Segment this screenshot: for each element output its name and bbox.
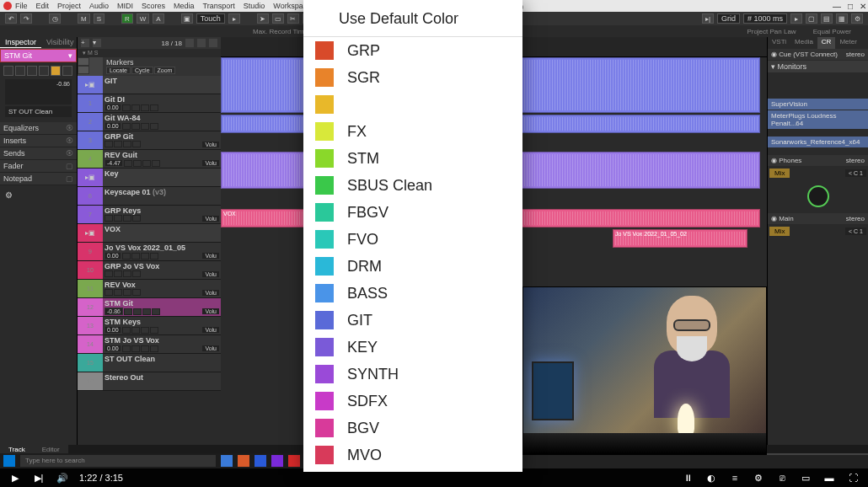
track-r[interactable]: [141, 123, 149, 130]
track-row[interactable]: 6Keyscape 01 (v3): [78, 187, 221, 206]
section-notepad[interactable]: Notepad▢: [0, 173, 77, 185]
color-menu-item[interactable]: GIT: [303, 307, 522, 334]
track-vol[interactable]: Volu: [202, 142, 219, 147]
track-vol[interactable]: Volu: [202, 216, 219, 222]
fullscreen-icon[interactable]: ⛶: [846, 471, 860, 484]
marker-zoom[interactable]: Zoom: [154, 67, 176, 74]
tool-split[interactable]: ✂: [287, 13, 299, 24]
track-row[interactable]: 12STM Git-0.86Volu: [78, 298, 221, 317]
track-w[interactable]: [132, 215, 141, 222]
track-s[interactable]: [131, 345, 140, 352]
track-row[interactable]: 4REV Guit-4.47Volu: [78, 150, 221, 169]
color-menu-item[interactable]: SGR: [303, 64, 522, 91]
track-handle[interactable]: 6: [78, 187, 103, 205]
section-equalizers[interactable]: Equalizers⦿: [0, 122, 77, 135]
color-menu-item[interactable]: SBUS Clean: [303, 172, 522, 199]
track-handle[interactable]: 13: [78, 317, 103, 334]
track-row[interactable]: 11REV VoxVolu: [78, 280, 221, 298]
track-r[interactable]: [141, 104, 149, 111]
marker-track[interactable]: Markers Locate Cycle Zoom: [78, 57, 221, 76]
track-handle[interactable]: 15: [78, 354, 103, 372]
track-vol[interactable]: Volu: [202, 160, 219, 166]
track-w[interactable]: [150, 253, 158, 260]
track-s[interactable]: [133, 308, 142, 315]
taskbar-app3-icon[interactable]: [255, 455, 266, 467]
section-sends[interactable]: Sends⦿: [0, 147, 77, 160]
menu-audio[interactable]: Audio: [89, 2, 109, 10]
track-row[interactable]: 1Git DI0.00: [78, 94, 221, 113]
phones-c1[interactable]: < C 1: [845, 169, 866, 177]
track-db[interactable]: 0.00: [104, 252, 121, 260]
track-w[interactable]: [132, 289, 141, 296]
tb-ext2[interactable]: ▢: [806, 13, 817, 24]
color-menu-item[interactable]: FVO: [303, 226, 522, 253]
track-m[interactable]: [122, 345, 131, 352]
track-handle[interactable]: 7: [78, 206, 103, 223]
mute-all[interactable]: M: [78, 13, 90, 24]
a-btn[interactable]: A: [153, 13, 163, 24]
track-handle[interactable]: ▸▣: [78, 76, 103, 94]
insp-mute[interactable]: [3, 66, 13, 76]
tool-pointer[interactable]: ➤: [257, 13, 269, 24]
main-row[interactable]: ◉ Mainstereo: [768, 213, 868, 224]
track-m[interactable]: [122, 123, 131, 130]
tool-1[interactable]: ▣: [181, 13, 193, 24]
tab-visibility[interactable]: Visibility: [41, 37, 78, 48]
color-menu-item[interactable]: SDFX: [303, 388, 522, 415]
cast-icon[interactable]: ⎚: [775, 471, 789, 484]
section-inserts[interactable]: Inserts⦿: [0, 135, 77, 147]
track-w[interactable]: [152, 160, 160, 167]
taskbar-search[interactable]: Type here to search: [20, 455, 216, 467]
inspector-output[interactable]: ST OUT Clean: [5, 106, 72, 117]
track-w[interactable]: [152, 308, 160, 315]
track-s[interactable]: [131, 253, 140, 260]
color-menu-header[interactable]: Use Default Color: [303, 3, 522, 37]
track-row[interactable]: 16Stereo Out: [78, 372, 221, 391]
inspector-channel-name[interactable]: STM Git▾: [0, 49, 77, 62]
track-row[interactable]: 13STM Keys0.00Volu: [78, 317, 221, 335]
track-handle[interactable]: 1: [78, 94, 103, 112]
track-s[interactable]: [131, 104, 140, 111]
track-handle[interactable]: 4: [78, 150, 103, 168]
track-row[interactable]: ▸▣GIT: [78, 76, 221, 94]
track-m[interactable]: [124, 308, 132, 315]
track-row[interactable]: 3GRP GitVolu: [78, 131, 221, 150]
track-row[interactable]: 14STM Jo VS Vox0.00Volu: [78, 335, 221, 354]
track-r[interactable]: [123, 289, 131, 296]
taskbar-app2-icon[interactable]: [238, 455, 249, 467]
track-r[interactable]: [123, 270, 131, 277]
track-r[interactable]: [141, 345, 149, 352]
main-c1[interactable]: < C 1: [845, 227, 866, 235]
snap-btn[interactable]: ▸|: [702, 13, 714, 24]
track-row[interactable]: ▸▣VOX: [78, 224, 221, 243]
track-s[interactable]: [114, 289, 122, 296]
pause-overlay-icon[interactable]: ⏸: [681, 471, 694, 484]
track-db[interactable]: 0.00: [104, 104, 121, 111]
read-automation[interactable]: R: [121, 13, 133, 24]
plugin-sonarworks[interactable]: Sonarworks_Reference4_x64: [768, 136, 868, 147]
menu-midi[interactable]: MIDI: [117, 2, 133, 10]
color-menu-item[interactable]: [303, 91, 522, 118]
history-btn[interactable]: ◷: [49, 13, 61, 24]
track-vol[interactable]: Volu: [202, 253, 219, 259]
insp-read[interactable]: [27, 66, 37, 76]
captions-icon[interactable]: ≡: [728, 471, 742, 484]
track-m[interactable]: [124, 160, 132, 167]
track-s[interactable]: [114, 215, 122, 222]
track-r[interactable]: [123, 215, 131, 222]
monitors-header[interactable]: ▾ Monitors: [768, 61, 868, 72]
track-handle[interactable]: 16: [78, 372, 103, 390]
insp-solo[interactable]: [15, 66, 25, 76]
track-r[interactable]: [123, 141, 131, 147]
track-menu-btn[interactable]: ▾: [93, 39, 101, 47]
track-row[interactable]: 10GRP Jo VS VoxVolu: [78, 261, 221, 280]
track-r[interactable]: [141, 327, 149, 334]
tb-ext4[interactable]: ▦: [836, 13, 848, 24]
main-mix[interactable]: Mix: [769, 227, 790, 236]
windows-start-icon[interactable]: [3, 455, 15, 467]
track-handle[interactable]: 2: [78, 113, 103, 131]
track-vol[interactable]: Volu: [202, 290, 219, 296]
plugin-supervision[interactable]: SuperVision: [768, 99, 868, 110]
window-maximize-icon[interactable]: □: [848, 2, 853, 11]
track-handle[interactable]: 10: [78, 261, 103, 279]
